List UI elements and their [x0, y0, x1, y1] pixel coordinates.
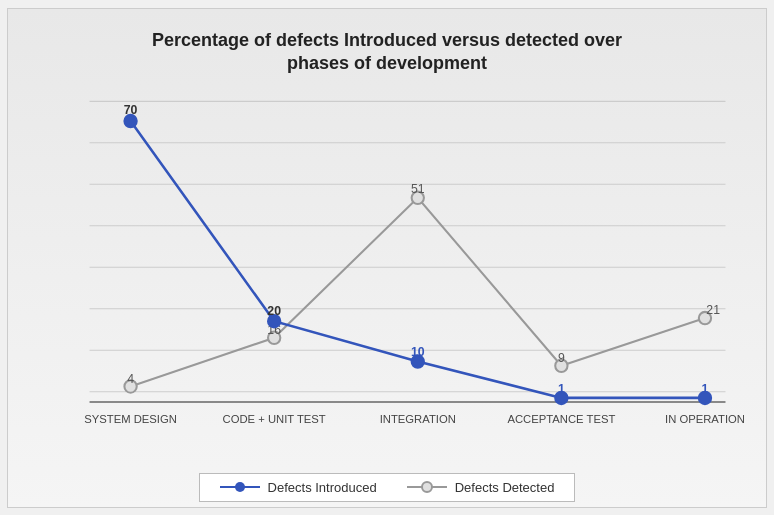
x-label-1: CODE + UNIT TEST — [223, 413, 326, 425]
x-label-3: ACCEPTANCE TEST — [507, 413, 615, 425]
chart-area: 4 16 51 9 21 70 20 10 1 1 SYSTEM DESIGN … — [28, 91, 746, 464]
detected-label-4: 21 — [706, 303, 720, 317]
legend-introduced-icon — [220, 480, 260, 494]
detected-label-3: 9 — [558, 351, 565, 365]
chart-container: Percentage of defects Introduced versus … — [7, 8, 767, 508]
legend-detected-label: Defects Detected — [455, 480, 555, 495]
chart-title-line1: Percentage of defects Introduced versus … — [152, 30, 622, 50]
legend-introduced-label: Defects Introduced — [268, 480, 377, 495]
legend-detected: Defects Detected — [407, 480, 555, 495]
svg-point-10 — [235, 482, 245, 492]
chart-legend: Defects Introduced Defects Detected — [199, 473, 576, 502]
detected-label-2: 51 — [411, 182, 425, 196]
x-label-2: INTEGRATION — [380, 413, 456, 425]
x-label-0: SYSTEM DESIGN — [84, 413, 177, 425]
chart-svg: 4 16 51 9 21 70 20 10 1 1 SYSTEM DESIGN … — [28, 91, 746, 464]
legend-introduced: Defects Introduced — [220, 480, 377, 495]
x-label-4: IN OPERATION — [665, 413, 745, 425]
introduced-label-3: 1 — [558, 382, 565, 396]
introduced-label-1: 20 — [267, 304, 281, 318]
legend-detected-icon — [407, 480, 447, 494]
detected-label-0: 4 — [127, 373, 134, 387]
chart-title-line2: phases of development — [287, 53, 487, 73]
svg-point-12 — [422, 482, 432, 492]
introduced-label-4: 1 — [702, 382, 709, 396]
introduced-label-2: 10 — [411, 346, 425, 360]
chart-title: Percentage of defects Introduced versus … — [152, 29, 622, 76]
introduced-label-0: 70 — [124, 103, 138, 117]
